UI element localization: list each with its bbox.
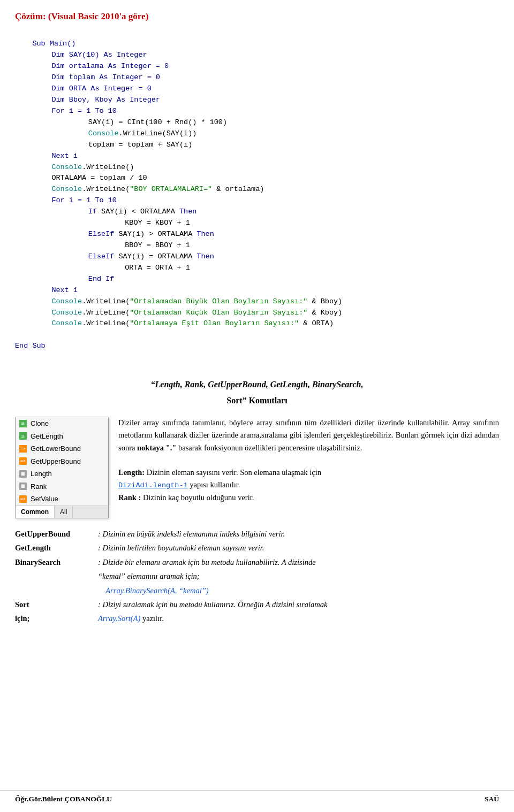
- content-area: ≡ Clone ≡ GetLength => GetLowerBound =>: [15, 417, 499, 518]
- autocomplete-item-rank[interactable]: ▦ Rank: [16, 480, 108, 493]
- def-row-array-binary: Array.BinarySearch(A, “kemal”): [15, 585, 499, 596]
- def-desc-getupperbound: : Dizinin en büyük indeksli elemanının i…: [98, 528, 499, 540]
- def-row-sort: Sort : Diziyi sıralamak için bu metodu k…: [15, 599, 499, 610]
- footer-left: Öğr.Gör.Bülent ÇOBANOĞLU: [15, 794, 112, 805]
- getlength-icon: ≡: [19, 432, 27, 440]
- diziadi-text: DiziAdi.length-1: [118, 481, 188, 489]
- autocomplete-label-setvalue: SetValue: [31, 494, 58, 504]
- getlowerbound-icon: =>: [19, 445, 27, 453]
- def-row-sort-note: için; Array.Sort(A) yazılır.: [15, 612, 499, 624]
- setvalue-icon: =>: [19, 495, 27, 503]
- autocomplete-item-getlowerbound[interactable]: => GetLowerBound: [16, 442, 108, 455]
- code-block: Sub Main() Dim SAY(10) As Integer Dim or…: [15, 28, 499, 364]
- noktaya-text: noktaya ".": [137, 443, 176, 452]
- def-term-sort-note: için;: [15, 612, 98, 624]
- def-desc-binarysearch: : Dizide bir elemanı aramak için bu meto…: [98, 556, 499, 568]
- autocomplete-item-length[interactable]: ▦ Length: [16, 468, 108, 480]
- autocomplete-dropdown: ≡ Clone ≡ GetLength => GetLowerBound =>: [15, 417, 109, 518]
- length-paragraph: Length: Dizinin eleman sayısını verir. S…: [118, 466, 499, 492]
- def-row-kemal-note: “kemal” elemanını aramak için;: [15, 570, 499, 582]
- autocomplete-item-setvalue[interactable]: => SetValue: [16, 493, 108, 505]
- rank-label: Rank :: [118, 493, 141, 502]
- def-row-getlength: GetLength : Dizinin belirtilen boyutunda…: [15, 542, 499, 554]
- rank-icon: ▦: [19, 482, 27, 491]
- tab-all[interactable]: All: [55, 506, 73, 518]
- def-term-binarysearch: BinarySearch: [15, 556, 98, 568]
- autocomplete-label-getupperbound: GetUpperBound: [31, 456, 81, 467]
- page: Çözüm: (Visual Basic 2010'a göre) Sub Ma…: [0, 0, 514, 812]
- autocomplete-label-clone: Clone: [31, 418, 49, 429]
- autocomplete-item-clone[interactable]: ≡ Clone: [16, 417, 108, 430]
- section-heading: “Length, Rank, GetUpperBound, GetLength,…: [15, 378, 499, 391]
- def-row-getupperbound: GetUpperBound : Dizinin en büyük indeksl…: [15, 528, 499, 540]
- def-desc-kemal-note: “kemal” elemanını aramak için;: [98, 570, 499, 582]
- autocomplete-tabs: Common All: [16, 505, 108, 518]
- tab-common[interactable]: Common: [16, 506, 55, 518]
- clone-icon: ≡: [19, 419, 27, 428]
- def-term-getlength: GetLength: [15, 542, 98, 554]
- def-term-getupperbound: GetUpperBound: [15, 528, 98, 540]
- autocomplete-label-getlowerbound: GetLowerBound: [31, 443, 81, 454]
- definitions-area: GetUpperBound : Dizinin en büyük indeksl…: [15, 528, 499, 625]
- def-desc-sort: : Diziyi sıralamak için bu metodu kullan…: [98, 599, 499, 610]
- page-title: Çözüm: (Visual Basic 2010'a göre): [15, 10, 499, 24]
- autocomplete-label-length: Length: [31, 469, 52, 479]
- def-desc-array-binary: Array.BinarySearch(A, “kemal”): [98, 585, 499, 596]
- def-term-sort: Sort: [15, 599, 98, 610]
- autocomplete-item-getlength[interactable]: ≡ GetLength: [16, 430, 108, 443]
- def-desc-sort-note: Array.Sort(A) yazılır.: [98, 612, 499, 624]
- getupperbound-icon: =>: [19, 457, 27, 465]
- autocomplete-label-rank: Rank: [31, 481, 47, 492]
- length-label: Length:: [118, 468, 145, 477]
- def-term-array-binary: [15, 585, 98, 596]
- length-icon: ▦: [19, 470, 27, 478]
- def-row-binarysearch: BinarySearch : Dizide bir elemanı aramak…: [15, 556, 499, 568]
- section-subheading: Sort” Komutları: [15, 394, 499, 407]
- description-paragraph: Diziler array sınıfında tanımlanır, böyl…: [118, 417, 499, 454]
- footer-right: SAÜ: [485, 794, 499, 805]
- autocomplete-item-getupperbound[interactable]: => GetUpperBound: [16, 455, 108, 468]
- rank-paragraph: Rank : Dizinin kaç boyutlu olduğunu veri…: [118, 492, 499, 504]
- def-term-kemal-note: [15, 570, 98, 582]
- footer: Öğr.Gör.Bülent ÇOBANOĞLU SAÜ: [0, 790, 514, 805]
- autocomplete-label-getlength: GetLength: [31, 431, 63, 442]
- text-content: Diziler array sınıfında tanımlanır, böyl…: [118, 417, 499, 504]
- def-desc-getlength: : Dizinin belirtilen boyutundaki eleman …: [98, 542, 499, 554]
